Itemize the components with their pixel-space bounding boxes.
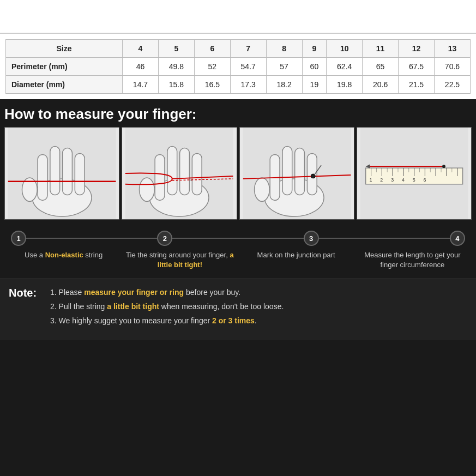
table-header-row: Size45678910111213 bbox=[6, 40, 471, 58]
svg-rect-2 bbox=[38, 154, 47, 200]
step-bubble-3: 3 bbox=[304, 231, 319, 246]
svg-point-53 bbox=[442, 165, 445, 168]
steps-descriptions-row: Use a Non-elastic string Tie the string … bbox=[0, 248, 476, 272]
svg-rect-12 bbox=[180, 148, 190, 195]
table-header-cell: 5 bbox=[158, 40, 194, 58]
table-cell: 57 bbox=[266, 58, 302, 76]
step-bubble-4: 4 bbox=[450, 231, 465, 246]
svg-text:5: 5 bbox=[412, 177, 415, 183]
note-item-3: 3. We highly sugget you to measure your … bbox=[50, 315, 467, 327]
table-cell: 65 bbox=[363, 58, 399, 76]
table-cell: 52 bbox=[194, 58, 230, 76]
table-header-cell: 10 bbox=[327, 40, 363, 58]
step-bubble-1: 1 bbox=[11, 231, 26, 246]
svg-rect-4 bbox=[63, 148, 73, 195]
table-header-cell: 9 bbox=[302, 40, 327, 58]
table-cell: 19 bbox=[302, 76, 327, 94]
table-header-cell: 13 bbox=[434, 40, 470, 58]
steps-section: 1 2 3 4 Use a Non-elastic string Tie the… bbox=[0, 220, 476, 276]
table-section: Size45678910111213 Perimeter (mm)4649.85… bbox=[0, 33, 476, 99]
top-spacer bbox=[0, 0, 476, 33]
step2-desc: Tie the string around your finger, a lit… bbox=[122, 248, 238, 272]
svg-text:3: 3 bbox=[391, 177, 394, 183]
step4-image: 1 2 3 4 5 6 bbox=[357, 127, 472, 220]
svg-rect-11 bbox=[167, 147, 177, 195]
svg-rect-5 bbox=[75, 153, 85, 195]
table-body: Perimeter (mm)4649.85254.7576062.46567.5… bbox=[6, 58, 471, 94]
step4-desc: Measure the length to get your finger ci… bbox=[354, 248, 471, 272]
note-section: Note: 1. Please measure your finger or r… bbox=[0, 279, 476, 340]
svg-rect-3 bbox=[50, 147, 60, 195]
note-item-1: 1. Please measure your finger or ring be… bbox=[50, 287, 467, 298]
step2-image bbox=[122, 127, 237, 220]
how-section: How to measure your finger: bbox=[0, 99, 476, 220]
table-cell: 21.5 bbox=[399, 76, 435, 94]
svg-point-14 bbox=[140, 178, 155, 201]
note-label: Note: bbox=[9, 287, 41, 299]
table-cell: 16.5 bbox=[194, 76, 230, 94]
table-cell: 20.6 bbox=[363, 76, 399, 94]
table-header-cell: 6 bbox=[194, 40, 230, 58]
svg-rect-13 bbox=[192, 153, 202, 195]
table-cell: 19.8 bbox=[327, 76, 363, 94]
note2-highlight: a little bit tight bbox=[107, 302, 159, 311]
step1-desc: Use a Non-elastic string bbox=[5, 248, 122, 272]
step3-desc: Mark on the junction part bbox=[238, 248, 354, 272]
note-items: 1. Please measure your finger or ring be… bbox=[50, 287, 467, 329]
table-cell: 70.6 bbox=[434, 58, 470, 76]
svg-rect-21 bbox=[294, 148, 304, 195]
step3-image bbox=[239, 127, 354, 220]
table-cell: 17.3 bbox=[230, 76, 266, 94]
step-line-2 bbox=[172, 238, 303, 239]
table-cell: 49.8 bbox=[158, 58, 194, 76]
table-cell: 62.4 bbox=[327, 58, 363, 76]
table-row-label: Perimeter (mm) bbox=[6, 58, 123, 76]
step2-highlight: a little bit tight! bbox=[158, 251, 234, 269]
step-line-1 bbox=[26, 238, 157, 239]
table-cell: 15.8 bbox=[158, 76, 194, 94]
note1-highlight: measure your finger or ring bbox=[84, 288, 184, 297]
note-row: Note: 1. Please measure your finger or r… bbox=[9, 287, 467, 329]
table-cell: 60 bbox=[302, 58, 327, 76]
how-title: How to measure your finger: bbox=[4, 106, 472, 123]
size-table: Size45678910111213 Perimeter (mm)4649.85… bbox=[5, 39, 471, 94]
image-strip: 1 2 3 4 5 6 bbox=[4, 127, 472, 220]
svg-rect-10 bbox=[155, 154, 165, 200]
table-cell: 54.7 bbox=[230, 58, 266, 76]
step-bubble-2: 2 bbox=[157, 231, 172, 246]
table-cell: 46 bbox=[123, 58, 159, 76]
step-line-3 bbox=[319, 238, 450, 239]
note3-highlight: 2 or 3 times bbox=[212, 316, 255, 325]
table-header-cell: 8 bbox=[266, 40, 302, 58]
step1-highlight: Non-elastic bbox=[45, 251, 83, 259]
step1-image bbox=[4, 127, 119, 220]
table-row: Diameter (mm)14.715.816.517.318.21919.82… bbox=[6, 76, 471, 94]
svg-text:2: 2 bbox=[380, 177, 383, 183]
svg-point-23 bbox=[254, 178, 269, 201]
table-cell: 22.5 bbox=[434, 76, 470, 94]
note-item-2: 2. Pull the string a little bit tight wh… bbox=[50, 301, 467, 312]
table-row: Perimeter (mm)4649.85254.7576062.46567.5… bbox=[6, 58, 471, 76]
table-header-cell: 12 bbox=[399, 40, 435, 58]
table-cell: 67.5 bbox=[399, 58, 435, 76]
table-cell: 14.7 bbox=[123, 76, 159, 94]
table-cell: 18.2 bbox=[266, 76, 302, 94]
step-num-container: 1 2 3 4 bbox=[11, 231, 465, 246]
svg-rect-20 bbox=[282, 147, 292, 195]
table-header-cell: 4 bbox=[123, 40, 159, 58]
svg-text:4: 4 bbox=[402, 177, 405, 183]
table-header-cell: 11 bbox=[363, 40, 399, 58]
step-numbers-row: 1 2 3 4 bbox=[0, 226, 476, 248]
svg-text:1: 1 bbox=[369, 177, 372, 183]
svg-text:6: 6 bbox=[423, 177, 426, 183]
table-row-label: Diameter (mm) bbox=[6, 76, 123, 94]
table-header-cell: Size bbox=[6, 40, 123, 58]
table-header-cell: 7 bbox=[230, 40, 266, 58]
